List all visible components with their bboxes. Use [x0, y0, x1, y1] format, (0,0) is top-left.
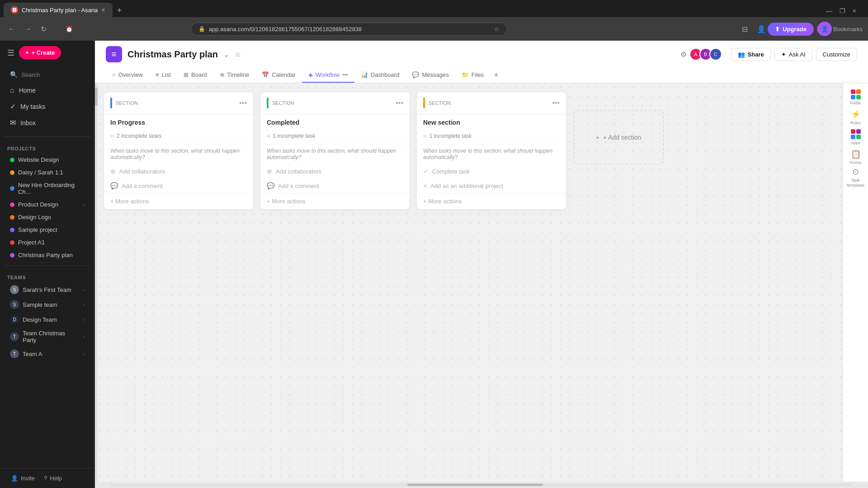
- stat-text: 2 incomplete tasks: [117, 133, 161, 139]
- scroll-right-btn[interactable]: ›: [853, 481, 866, 488]
- search-bar[interactable]: 🔍 Search: [3, 67, 92, 82]
- create-button[interactable]: + + Create: [19, 46, 61, 59]
- more-actions[interactable]: + More actions: [260, 193, 410, 209]
- more-actions[interactable]: + More actions: [417, 193, 566, 209]
- minimize-button[interactable]: —: [823, 5, 835, 17]
- right-tool-forms[interactable]: 📋 Forms: [847, 148, 865, 166]
- workflow-canvas[interactable]: Section ••• In Progress ○ 2 incomplete t…: [95, 83, 843, 482]
- project-item-website-design[interactable]: Website Design: [3, 154, 92, 166]
- right-tool-apps[interactable]: Apps: [847, 128, 865, 146]
- add-collaborators-action[interactable]: ⊕ Add collaborators: [104, 164, 253, 178]
- right-tool-task-templates[interactable]: ⊙ Task templates: [847, 168, 865, 186]
- team-label: Sample team: [23, 301, 57, 308]
- invite-button[interactable]: 👤 Invite: [7, 472, 38, 484]
- back-button[interactable]: ←: [5, 22, 18, 36]
- team-item-design-team[interactable]: D Design Team ›: [3, 312, 92, 327]
- project-item-daisy-sarah[interactable]: Daisy / Sarah 1:1: [3, 166, 92, 178]
- tab-calendar-label: Calendar: [272, 71, 296, 78]
- project-dot: [10, 240, 14, 245]
- right-tool-rules[interactable]: ⚡ Rules: [847, 108, 865, 127]
- section-more-button[interactable]: •••: [552, 99, 560, 107]
- project-label: Christmas Party plan: [18, 252, 73, 258]
- help-button[interactable]: ? Help: [40, 472, 66, 484]
- project-star-button[interactable]: ☆: [235, 50, 241, 59]
- hamburger-button[interactable]: ☰: [7, 48, 14, 58]
- files-icon: 📁: [462, 71, 469, 78]
- tab-messages[interactable]: 💬 Messages: [406, 68, 455, 83]
- section-more-button[interactable]: •••: [239, 99, 247, 107]
- ask-ai-button[interactable]: ✦ Ask AI: [774, 48, 812, 61]
- sidebar-item-my-tasks[interactable]: ✓ My tasks: [3, 99, 92, 114]
- action-label: Add a comment: [122, 183, 163, 189]
- forms-label: Forms: [850, 160, 862, 165]
- project-item-project-a1[interactable]: Project A1: [3, 236, 92, 249]
- project-icon-glyph: ≡: [112, 50, 117, 59]
- profile-button[interactable]: 👤: [754, 22, 769, 36]
- sections-container: Section ••• In Progress ○ 2 incomplete t…: [104, 92, 834, 209]
- team-item-team-christmas-party[interactable]: T Team Christmas Party ›: [3, 327, 92, 346]
- share-button[interactable]: 👥 Share: [731, 48, 771, 61]
- customize-icon1: ⚙: [680, 50, 687, 59]
- member-avatar-3: C: [709, 48, 722, 61]
- add-section-button[interactable]: + + Add section: [573, 110, 664, 164]
- tab-workflow[interactable]: ◈ Workflow •••: [302, 68, 354, 83]
- tab-timeline[interactable]: ≋ Timeline: [213, 68, 256, 83]
- close-button[interactable]: ×: [850, 5, 859, 17]
- upgrade-button[interactable]: ⬆ Upgrade: [768, 23, 814, 36]
- project-item-new-hire[interactable]: New Hire Onboarding Ch...: [3, 179, 92, 198]
- project-item-christmas-party[interactable]: Christmas Party plan: [3, 249, 92, 261]
- team-item-team-a[interactable]: T Team A ›: [3, 347, 92, 361]
- extensions-button[interactable]: ⊟: [739, 22, 750, 36]
- more-actions[interactable]: + More actions: [104, 193, 253, 209]
- add-project-action[interactable]: + Add as an additional project: [417, 178, 566, 193]
- app-layout: ☰ + + Create 🔍 Search ⌂ Home ✓ My tasks …: [0, 41, 868, 488]
- team-item-sarahs-first-team[interactable]: S Sarah's First Team ›: [3, 282, 92, 297]
- help-label: Help: [50, 475, 62, 482]
- tab-files[interactable]: 📁 Files: [455, 68, 490, 83]
- timer-icon: ⏰: [66, 26, 73, 33]
- address-bar[interactable]: 🔒 app.asana.com/0/1206182861755067/12061…: [191, 23, 507, 36]
- tab-board[interactable]: ⊞ Board: [177, 68, 213, 83]
- scrollbar-track[interactable]: [110, 483, 853, 486]
- project-item-design-logo[interactable]: Design Logo: [3, 211, 92, 223]
- add-tab-button[interactable]: +: [490, 69, 502, 82]
- team-label: Team Christmas Party: [23, 330, 79, 343]
- horizontal-scrollbar[interactable]: ‹ ›: [95, 482, 868, 488]
- restore-button[interactable]: ❐: [837, 5, 848, 17]
- complete-task-action[interactable]: ✓ Complete task: [417, 164, 566, 178]
- project-dot: [10, 158, 14, 162]
- project-item-product-design[interactable]: Product Design ›: [3, 198, 92, 211]
- tab-calendar[interactable]: 📅 Calendar: [255, 68, 302, 83]
- section-label: Section: [272, 100, 294, 106]
- header-actions: ⚙ A B C 👥 Share ✦ Ask AI: [680, 48, 857, 61]
- tab-list[interactable]: ≡ List: [149, 68, 177, 83]
- forward-button[interactable]: →: [22, 22, 34, 36]
- tab-close-btn[interactable]: ×: [101, 6, 105, 14]
- team-avatar: S: [10, 285, 19, 294]
- project-header: ≡ Christmas Party plan ⌄ ☆ ⚙ A B C: [95, 41, 868, 83]
- add-comment-action[interactable]: 💬 Add a comment: [260, 178, 410, 193]
- board-icon: ⊞: [184, 71, 189, 78]
- tab-overview[interactable]: ○ Overview: [106, 68, 149, 83]
- project-dot: [10, 253, 14, 258]
- active-tab[interactable]: 🅰 Christmas Party plan - Asana ×: [4, 3, 113, 17]
- section-more-button[interactable]: •••: [396, 99, 403, 107]
- member-avatars: A B C: [689, 48, 722, 61]
- project-item-sample-project[interactable]: Sample project: [3, 224, 92, 236]
- refresh-button[interactable]: ↻: [38, 22, 49, 36]
- team-item-sample-team[interactable]: S Sample team ›: [3, 297, 92, 312]
- right-tool-fields[interactable]: Fields: [847, 89, 865, 107]
- scroll-left-btn[interactable]: ‹: [97, 481, 110, 488]
- sidebar-item-inbox[interactable]: ✉ Inbox: [3, 115, 92, 131]
- customize-button[interactable]: Customize: [816, 48, 857, 61]
- team-avatar: D: [10, 315, 19, 324]
- project-dropdown-button[interactable]: ⌄: [223, 50, 229, 59]
- add-comment-action[interactable]: 💬 Add a comment: [104, 178, 253, 193]
- new-tab-button[interactable]: +: [113, 4, 126, 17]
- sidebar-header: ☰ + + Create: [0, 41, 94, 65]
- tab-dashboard[interactable]: 📊 Dashboard: [354, 68, 406, 83]
- sidebar-item-home[interactable]: ⌂ Home: [3, 83, 92, 98]
- user-avatar-button[interactable]: 👤: [817, 22, 832, 36]
- add-collaborators-action[interactable]: ⊕ Add collaborators: [260, 164, 410, 178]
- action-icon: ✓: [423, 168, 429, 175]
